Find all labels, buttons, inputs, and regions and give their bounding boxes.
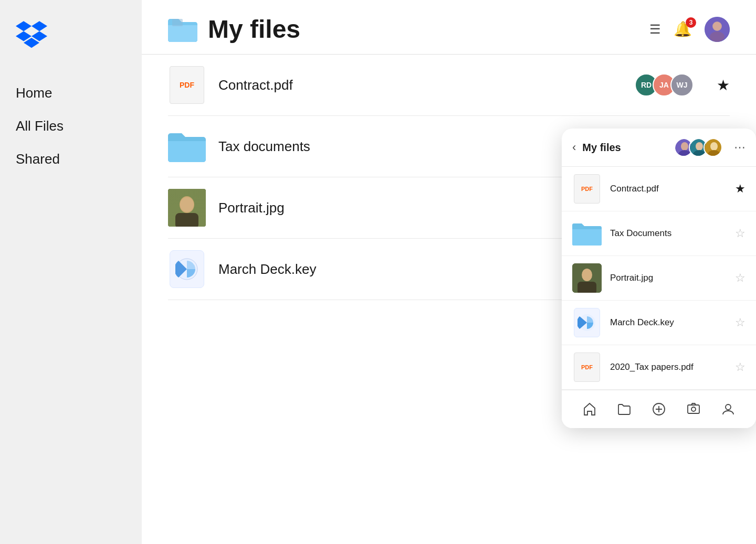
panel-bottom-nav <box>562 390 756 428</box>
panel-pdf-icon-contract: PDF <box>574 174 600 204</box>
star-icon-contract[interactable]: ★ <box>717 77 730 94</box>
svg-point-18 <box>710 142 718 151</box>
file-icon-contract: PDF <box>168 66 206 104</box>
file-item-contract[interactable]: PDF Contract.pdf RD JA WJ ★ <box>168 55 730 116</box>
panel-avatars <box>674 138 722 157</box>
file-avatar-wj: WJ <box>670 73 694 97</box>
panel-icon-2020: PDF <box>572 353 602 382</box>
panel-icon-tax <box>572 219 602 248</box>
svg-point-12 <box>681 142 688 151</box>
panel-name-march: March Deck.key <box>610 317 727 328</box>
page-header: My files ☰ 🔔 3 <box>142 0 756 55</box>
sidebar-item-all-files[interactable]: All Files <box>16 115 126 137</box>
panel-file-march[interactable]: March Deck.key ☆ <box>562 301 756 345</box>
panel-more-button[interactable]: ⋯ <box>734 141 746 154</box>
panel-avatar-3 <box>704 138 722 157</box>
svg-point-21 <box>582 269 592 281</box>
header-left: My files <box>168 15 300 44</box>
panel-icon-portrait <box>572 263 602 293</box>
notification-bell[interactable]: 🔔 3 <box>674 20 692 38</box>
main-content: My files ☰ 🔔 3 <box>142 0 756 544</box>
panel-title: My files <box>582 142 668 154</box>
svg-rect-27 <box>688 405 699 413</box>
header-folder-icon <box>168 17 197 42</box>
panel-file-contract[interactable]: PDF Contract.pdf ★ <box>562 167 756 211</box>
user-avatar[interactable] <box>705 17 730 42</box>
mobile-panel: ‹ My files ⋯ PDF Contract.pdf ★ <box>562 129 756 428</box>
panel-name-portrait: Portrait.jpg <box>610 273 727 283</box>
panel-back-button[interactable]: ‹ <box>572 141 576 154</box>
avatar-image <box>705 17 730 42</box>
panel-file-portrait[interactable]: Portrait.jpg ☆ <box>562 256 756 301</box>
pdf-icon: PDF <box>170 66 204 104</box>
svg-point-3 <box>710 31 724 42</box>
panel-header: ‹ My files ⋯ <box>562 129 756 167</box>
panel-file-tax[interactable]: Tax Documents ☆ <box>562 211 756 256</box>
notification-badge: 3 <box>686 17 696 28</box>
pdf-label: PDF <box>180 81 194 89</box>
svg-point-4 <box>713 22 721 30</box>
svg-point-28 <box>691 407 696 411</box>
file-icon-tax <box>168 127 206 165</box>
sidebar-item-home[interactable]: Home <box>16 82 126 104</box>
panel-name-tax: Tax Documents <box>610 228 727 239</box>
portrait-thumbnail <box>168 189 206 227</box>
panel-nav-folder[interactable] <box>613 398 636 421</box>
panel-pdf-icon-2020: PDF <box>574 353 600 382</box>
svg-point-15 <box>696 142 703 151</box>
svg-rect-22 <box>578 282 596 293</box>
panel-name-2020: 2020_Tax papers.pdf <box>610 362 727 372</box>
panel-file-2020[interactable]: PDF 2020_Tax papers.pdf ☆ <box>562 345 756 390</box>
panel-icon-march <box>572 308 602 337</box>
header-right: ☰ 🔔 3 <box>649 17 730 42</box>
panel-nav-add[interactable] <box>647 398 670 421</box>
hamburger-icon[interactable]: ☰ <box>649 22 661 37</box>
panel-nav-person[interactable] <box>717 398 740 421</box>
panel-nav-photo[interactable] <box>682 398 705 421</box>
svg-rect-0 <box>172 19 183 26</box>
panel-keynote-icon <box>574 308 600 337</box>
file-icon-march-deck <box>168 250 206 288</box>
panel-name-contract: Contract.pdf <box>610 184 727 194</box>
panel-folder-svg <box>572 221 602 246</box>
panel-star-contract[interactable]: ★ <box>735 182 746 196</box>
sidebar-item-shared[interactable]: Shared <box>16 148 126 170</box>
svg-point-9 <box>180 197 194 212</box>
file-icon-portrait <box>168 189 206 227</box>
file-name-contract: Contract.pdf <box>218 77 622 93</box>
panel-star-portrait[interactable]: ☆ <box>735 271 746 285</box>
panel-star-2020[interactable]: ☆ <box>735 360 746 374</box>
keynote-icon <box>170 250 204 288</box>
panel-nav-home[interactable] <box>578 398 601 421</box>
page-title: My files <box>208 15 300 44</box>
folder-icon-tax <box>168 131 206 162</box>
panel-portrait-thumb <box>572 263 602 293</box>
panel-icon-contract: PDF <box>572 174 602 204</box>
svg-point-29 <box>726 404 731 410</box>
dropbox-logo <box>16 21 126 50</box>
sidebar: Home All Files Shared <box>0 0 142 544</box>
panel-star-tax[interactable]: ☆ <box>735 227 746 240</box>
file-avatars: RD JA WJ <box>635 73 694 97</box>
svg-rect-8 <box>175 213 198 227</box>
panel-star-march[interactable]: ☆ <box>735 316 746 329</box>
